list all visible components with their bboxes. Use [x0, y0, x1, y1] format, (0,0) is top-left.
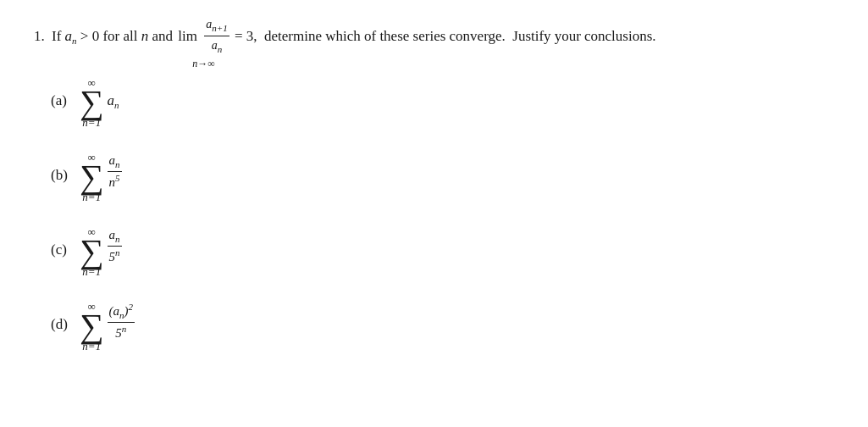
part-a-term: an — [108, 77, 119, 110]
problem-number: 1. — [34, 25, 45, 47]
part-d-term: (an)2 5n — [108, 301, 135, 342]
limit-expression: lim an+1 an n→∞ — [178, 15, 229, 69]
part-a: (a) ∞ ∑ n=1 an — [51, 77, 834, 128]
part-b: (b) ∞ ∑ n=1 an n5 — [51, 152, 834, 202]
part-b-term: an n5 — [108, 152, 122, 191]
part-d: (d) ∞ ∑ n=1 (an)2 5n — [51, 301, 834, 352]
part-a-sigma: ∞ ∑ n=1 — [80, 77, 104, 128]
if-text: If an > 0 for all n — [48, 25, 152, 49]
problem-statement: 1. If an > 0 for all n and lim an+1 an n… — [34, 15, 834, 69]
equals-3-text: = 3, determine which of these series con… — [231, 25, 581, 47]
part-a-label: (a) — [51, 77, 75, 109]
page-content: 1. If an > 0 for all n and lim an+1 an n… — [0, 0, 868, 427]
part-b-sigma: ∞ ∑ n=1 — [80, 152, 104, 202]
and-text: and — [152, 25, 176, 47]
part-c-sigma: ∞ ∑ n=1 — [80, 226, 104, 277]
part-d-label: (d) — [51, 301, 75, 333]
part-d-sigma: ∞ ∑ n=1 — [80, 301, 104, 352]
part-c-term: an 5n — [108, 226, 122, 266]
parts-container: (a) ∞ ∑ n=1 an (b) ∞ ∑ n=1 an n5 (c) — [34, 77, 834, 352]
part-c-label: (c) — [51, 226, 75, 258]
part-c: (c) ∞ ∑ n=1 an 5n — [51, 226, 834, 277]
part-b-label: (b) — [51, 152, 75, 184]
conclusions-text: conclusions. — [584, 25, 656, 47]
